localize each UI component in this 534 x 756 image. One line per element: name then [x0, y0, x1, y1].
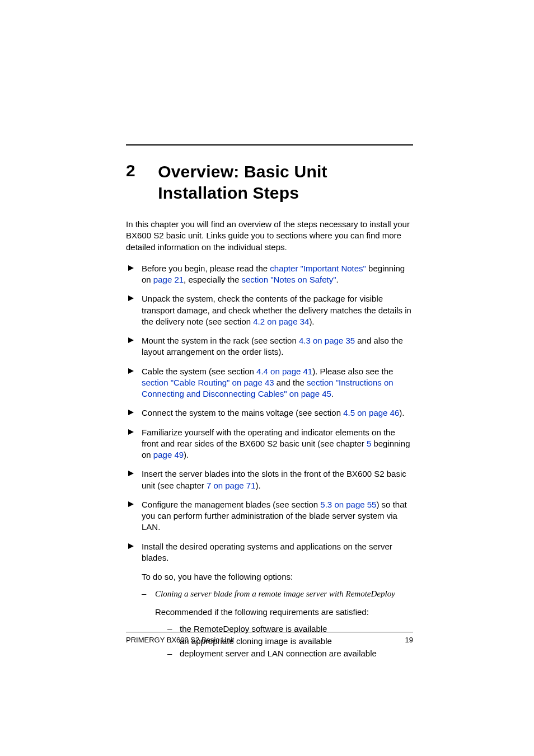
step-text: Cable the system (see section — [142, 367, 256, 376]
option-title: Cloning a server blade from a remote ima… — [155, 589, 395, 598]
link-chapter-7-page-71[interactable]: 7 on page 71 — [207, 481, 256, 490]
step-text: Familiarize yourself with the operating … — [142, 428, 395, 448]
step-item: Configure the management blades (see sec… — [126, 499, 413, 533]
top-divider — [126, 144, 413, 145]
link-4-4-page-41[interactable]: 4.4 on page 41 — [256, 367, 312, 376]
step-text: ). Please also see the — [312, 367, 393, 376]
document-page: 2 Overview: Basic Unit Installation Step… — [0, 0, 534, 756]
link-page-21[interactable]: page 21 — [153, 275, 184, 284]
page-footer: PRIMERGY BX600 S2 Basic Unit 19 — [126, 632, 413, 644]
link-important-notes[interactable]: chapter "Important Notes" — [270, 264, 366, 273]
step-text: and the — [274, 378, 307, 387]
step-item: Mount the system in the rack (see sectio… — [126, 335, 413, 358]
step-text: Insert the server blades into the slots … — [142, 469, 406, 490]
step-item: Unpack the system, check the contents of… — [126, 293, 413, 327]
step-item: Before you begin, please read the chapte… — [126, 263, 413, 286]
step-item: Cable the system (see section 4.4 on pag… — [126, 366, 413, 400]
step-item: Connect the system to the mains voltage … — [126, 407, 413, 419]
option-item: Cloning a server blade from a remote ima… — [142, 588, 413, 659]
step-text: Configure the management blades (see sec… — [142, 500, 320, 509]
step-text: ). — [184, 450, 189, 459]
chapter-header: 2 Overview: Basic Unit Installation Step… — [126, 161, 413, 203]
page-number: 19 — [405, 636, 413, 644]
step-text: Mount the system in the rack (see sectio… — [142, 336, 299, 345]
step-item: Familiarize yourself with the operating … — [126, 427, 413, 461]
step-item: Install the desired operating systems an… — [126, 541, 413, 564]
footer-doc-title: PRIMERGY BX600 S2 Basic Unit — [126, 636, 234, 644]
step-text: Connect the system to the mains voltage … — [142, 408, 343, 417]
link-5-3-page-55[interactable]: 5.3 on page 55 — [320, 500, 376, 509]
footer-divider — [126, 632, 413, 632]
option-desc: Recommended if the following requirement… — [155, 607, 413, 618]
link-chapter-5[interactable]: 5 — [367, 439, 371, 448]
step-text: Before you begin, please read the — [142, 264, 270, 273]
link-4-2-page-34[interactable]: 4.2 on page 34 — [253, 317, 309, 326]
intro-paragraph: In this chapter you will find an overvie… — [126, 219, 413, 253]
step-text: , especially the — [184, 275, 241, 284]
link-cable-routing-page-43[interactable]: section "Cable Routing" on page 43 — [142, 378, 274, 387]
link-notes-on-safety[interactable]: section "Notes on Safety" — [241, 275, 336, 284]
link-4-5-page-46[interactable]: 4.5 on page 46 — [343, 408, 399, 417]
step-item: Insert the server blades into the slots … — [126, 468, 413, 491]
step-text: ). — [256, 481, 261, 490]
step-text: Install the desired operating systems an… — [142, 542, 392, 562]
options-intro: To do so, you have the following options… — [142, 571, 413, 583]
option-list: Cloning a server blade from a remote ima… — [142, 588, 413, 659]
step-list: Before you begin, please read the chapte… — [126, 263, 413, 564]
chapter-number: 2 — [126, 161, 135, 180]
link-page-49[interactable]: page 49 — [153, 450, 184, 459]
step-text: ). — [309, 317, 314, 326]
step-text: . — [331, 389, 334, 398]
step-text: ). — [399, 408, 404, 417]
link-4-3-page-35[interactable]: 4.3 on page 35 — [299, 336, 355, 345]
step-text: . — [336, 275, 339, 284]
chapter-title: Overview: Basic Unit Installation Steps — [158, 161, 413, 203]
requirement-item: deployment server and LAN connection are… — [167, 648, 413, 659]
